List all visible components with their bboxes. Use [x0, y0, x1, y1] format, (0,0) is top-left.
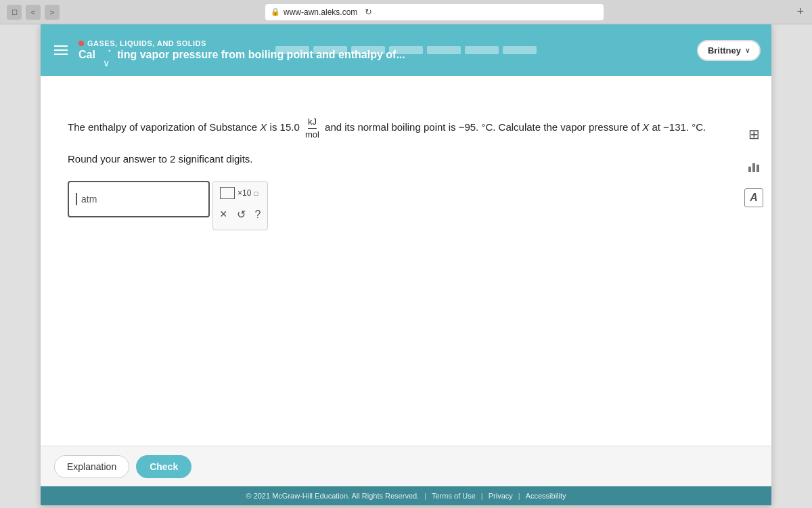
- terms-link[interactable]: Terms of Use: [432, 492, 476, 500]
- text-size-icon[interactable]: A: [744, 188, 763, 207]
- browser-back-btn[interactable]: <: [26, 5, 41, 20]
- problem-text-end: at −131. °C.: [652, 121, 706, 133]
- answer-input-box[interactable]: atm: [68, 181, 210, 217]
- check-button[interactable]: Check: [136, 455, 191, 478]
- chart-icon[interactable]: [743, 156, 765, 177]
- separator-2: |: [481, 492, 483, 500]
- text-cursor: [76, 193, 77, 205]
- sci-notation-display: ×10 □: [220, 187, 261, 199]
- app-footer: Explanation Check: [41, 446, 771, 486]
- browser-forward-btn[interactable]: >: [45, 5, 60, 20]
- input-area: atm ×10 □ × ↺ ?: [68, 181, 744, 230]
- user-name: Brittney: [708, 45, 741, 56]
- problem-text-before: The enthalpy of vaporization of Substanc…: [68, 121, 257, 133]
- sci-exp-box: □: [254, 190, 258, 197]
- progress-seg-3: [351, 46, 385, 54]
- sci-base-box[interactable]: [220, 187, 235, 199]
- app-container: GASES, LIQUIDS, AND SOLIDS Calculating v…: [41, 24, 771, 505]
- separator-3: |: [518, 492, 520, 500]
- hamburger-line: [54, 45, 68, 47]
- footer-bar: © 2021 McGraw-Hill Education. All Rights…: [41, 486, 771, 505]
- unit-label: atm: [81, 194, 97, 205]
- fraction-numerator: kJ: [308, 117, 317, 129]
- url-text: www-awn.aleks.com: [284, 7, 357, 17]
- privacy-link[interactable]: Privacy: [489, 492, 513, 500]
- undo-button[interactable]: ↺: [237, 207, 246, 221]
- accessibility-link[interactable]: Accessibility: [526, 492, 566, 500]
- sci-x10-label: ×10: [238, 188, 251, 198]
- progress-seg-6: [465, 46, 499, 54]
- collapse-button[interactable]: ∨: [95, 51, 118, 75]
- problem-text: The enthalpy of vaporization of Substanc…: [68, 117, 744, 140]
- progress-seg-4: [389, 46, 423, 54]
- progress-seg-1: [275, 46, 309, 54]
- svg-rect-0: [748, 167, 751, 172]
- user-button[interactable]: Brittney ∨: [697, 40, 761, 61]
- lock-icon: 🔒: [271, 7, 280, 16]
- explanation-button[interactable]: Explanation: [54, 455, 129, 478]
- progress-seg-7: [503, 46, 537, 54]
- table-icon[interactable]: ⊞: [743, 123, 765, 145]
- fraction-denominator: mol: [305, 129, 319, 140]
- progress-seg-2: [313, 46, 347, 54]
- right-sidebar: ⊞ A: [743, 123, 765, 207]
- svg-rect-2: [757, 165, 759, 172]
- browser-square-btn[interactable]: ◻: [7, 5, 22, 20]
- plus-icon[interactable]: +: [796, 5, 804, 19]
- round-text: Round your answer to 2 significant digit…: [68, 153, 744, 165]
- progress-bar: [275, 46, 537, 54]
- problem-text-after: and its normal boiling point is −95. °C.…: [325, 121, 639, 133]
- app-header: GASES, LIQUIDS, AND SOLIDS Calculating v…: [41, 24, 771, 76]
- progress-seg-5: [427, 46, 461, 54]
- hamburger-btn[interactable]: [51, 43, 70, 58]
- fraction-kj-mol: kJ mol: [305, 117, 319, 140]
- separator-1: |: [424, 492, 426, 500]
- hamburger-line: [54, 49, 68, 51]
- refresh-icon[interactable]: ↻: [365, 7, 372, 17]
- scientific-panel: ×10 □ × ↺ ?: [212, 181, 268, 230]
- url-bar: 🔒 www-awn.aleks.com ↻: [265, 4, 604, 20]
- category-dot: [78, 41, 84, 46]
- hamburger-line: [54, 54, 68, 55]
- problem-text-value: is 15.0: [270, 121, 302, 133]
- main-content: ⊞ A The enthalpy of vaporization of Subs…: [41, 76, 771, 446]
- calc-variable: X: [642, 121, 649, 133]
- category-label: GASES, LIQUIDS, AND SOLIDS: [87, 39, 206, 47]
- copyright-text: © 2021 McGraw-Hill Education. All Rights…: [246, 492, 419, 500]
- clear-button[interactable]: ×: [220, 207, 227, 221]
- svg-rect-1: [752, 163, 755, 172]
- help-button[interactable]: ?: [255, 207, 261, 221]
- sci-buttons: × ↺ ?: [220, 205, 261, 224]
- substance-variable: X: [260, 121, 267, 133]
- chevron-down-icon: ∨: [745, 47, 750, 54]
